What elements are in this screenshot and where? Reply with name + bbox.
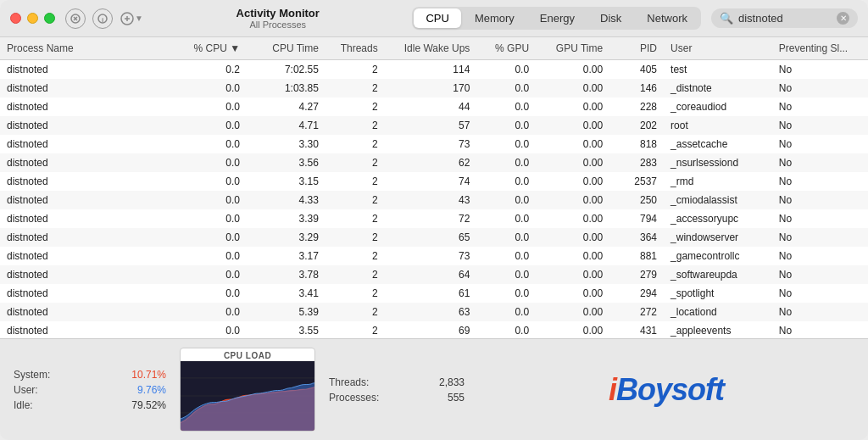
chart-title: CPU LOAD — [181, 348, 314, 361]
cell-pcpu: 0.0 — [177, 209, 247, 228]
tab-energy[interactable]: Energy — [528, 8, 587, 28]
cell-user: _coreaudiod — [664, 97, 772, 116]
brand-i-letter: i — [609, 372, 616, 407]
cell-process-name: distnoted — [0, 284, 177, 303]
cell-preventing-sleep: No — [772, 209, 868, 228]
action-button[interactable]: ▼ — [120, 7, 143, 31]
table-row[interactable]: distnoted 0.0 4.33 2 43 0.0 0.00 250 _cm… — [0, 191, 868, 209]
cell-idle-wake-ups: 43 — [385, 191, 477, 209]
cell-process-name: distnoted — [0, 228, 177, 247]
cell-pid: 431 — [609, 321, 664, 338]
cell-preventing-sleep: No — [772, 265, 868, 284]
cell-cpu-time: 3.15 — [247, 172, 326, 191]
cell-user: _softwareupda — [664, 265, 772, 284]
cell-pid: 279 — [609, 265, 664, 284]
cell-pid: 202 — [609, 116, 664, 135]
cell-gpu-time: 0.00 — [536, 228, 609, 247]
tab-network[interactable]: Network — [635, 8, 699, 28]
table-row[interactable]: distnoted 0.0 3.39 2 72 0.0 0.00 794 _ac… — [0, 209, 868, 228]
cell-cpu-time: 3.29 — [247, 228, 326, 247]
cell-pgpu: 0.0 — [476, 303, 536, 321]
cell-idle-wake-ups: 74 — [385, 172, 477, 191]
cell-preventing-sleep: No — [772, 191, 868, 209]
col-header-process-name[interactable]: Process Name — [0, 37, 177, 60]
table-row[interactable]: distnoted 0.0 1:03.85 2 170 0.0 0.00 146… — [0, 79, 868, 97]
cell-preventing-sleep: No — [772, 303, 868, 321]
cell-process-name: distnoted — [0, 265, 177, 284]
stat-row-system: System: 10.71% — [14, 369, 166, 381]
col-header-threads[interactable]: Threads — [326, 37, 385, 60]
threads-label: Threads: — [329, 376, 369, 388]
cell-pgpu: 0.0 — [476, 265, 536, 284]
cell-pgpu: 0.0 — [476, 209, 536, 228]
table-row[interactable]: distnoted 0.0 3.17 2 73 0.0 0.00 881 _ga… — [0, 247, 868, 265]
user-label: User: — [14, 384, 38, 396]
col-header-pid[interactable]: PID — [609, 37, 664, 60]
table-row[interactable]: distnoted 0.0 3.41 2 61 0.0 0.00 294 _sp… — [0, 284, 868, 303]
cell-process-name: distnoted — [0, 321, 177, 338]
cell-user: _windowserver — [664, 228, 772, 247]
table-body: distnoted 0.2 7:02.55 2 114 0.0 0.00 405… — [0, 60, 868, 339]
table-header-row: Process Name % CPU ▼ CPU Time Threads Id… — [0, 37, 868, 60]
cell-cpu-time: 3.30 — [247, 135, 326, 153]
search-input[interactable] — [738, 12, 832, 25]
info-button[interactable]: i — [92, 8, 113, 29]
table-row[interactable]: distnoted 0.0 3.55 2 69 0.0 0.00 431 _ap… — [0, 321, 868, 338]
cell-pid: 881 — [609, 247, 664, 265]
cell-idle-wake-ups: 62 — [385, 153, 477, 172]
cell-user: _rmd — [664, 172, 772, 191]
cell-user: _spotlight — [664, 284, 772, 303]
cell-pcpu: 0.0 — [177, 135, 247, 153]
table-row[interactable]: distnoted 0.0 3.30 2 73 0.0 0.00 818 _as… — [0, 135, 868, 153]
stop-button[interactable] — [65, 8, 86, 29]
cell-user: test — [664, 60, 772, 80]
table-row[interactable]: distnoted 0.0 5.39 2 63 0.0 0.00 272 _lo… — [0, 303, 868, 321]
cell-pgpu: 0.0 — [476, 191, 536, 209]
cell-preventing-sleep: No — [772, 172, 868, 191]
table-row[interactable]: distnoted 0.0 4.71 2 57 0.0 0.00 202 roo… — [0, 116, 868, 135]
table-row[interactable]: distnoted 0.0 3.15 2 74 0.0 0.00 2537 _r… — [0, 172, 868, 191]
clear-search-button[interactable]: ✕ — [837, 12, 849, 25]
cell-gpu-time: 0.00 — [536, 284, 609, 303]
search-bar[interactable]: 🔍 ✕ — [711, 8, 858, 28]
tab-disk[interactable]: Disk — [588, 8, 633, 28]
close-button[interactable] — [10, 13, 21, 24]
table-row[interactable]: distnoted 0.0 3.78 2 64 0.0 0.00 279 _so… — [0, 265, 868, 284]
idle-value: 79.52% — [131, 399, 166, 411]
tab-memory[interactable]: Memory — [463, 8, 526, 28]
cell-cpu-time: 7:02.55 — [247, 60, 326, 80]
cell-user: _distnote — [664, 79, 772, 97]
cell-threads: 2 — [326, 153, 385, 172]
table-row[interactable]: distnoted 0.0 3.56 2 62 0.0 0.00 283 _ns… — [0, 153, 868, 172]
col-header-user[interactable]: User — [664, 37, 772, 60]
cell-process-name: distnoted — [0, 79, 177, 97]
cell-pcpu: 0.0 — [177, 265, 247, 284]
cell-threads: 2 — [326, 116, 385, 135]
col-header-idle-wake-ups[interactable]: Idle Wake Ups — [385, 37, 477, 60]
table-row[interactable]: distnoted 0.0 3.29 2 65 0.0 0.00 364 _wi… — [0, 228, 868, 247]
col-header-preventing-sleep[interactable]: Preventing Sl... — [772, 37, 868, 60]
col-header-pgpu[interactable]: % GPU — [476, 37, 536, 60]
cell-gpu-time: 0.00 — [536, 265, 609, 284]
cell-pcpu: 0.0 — [177, 79, 247, 97]
cell-threads: 2 — [326, 209, 385, 228]
traffic-lights — [10, 13, 55, 24]
col-header-gpu-time[interactable]: GPU Time — [536, 37, 609, 60]
minimize-button[interactable] — [27, 13, 38, 24]
cell-cpu-time: 3.17 — [247, 247, 326, 265]
processes-value: 555 — [379, 392, 465, 404]
cell-pid: 2537 — [609, 172, 664, 191]
cell-process-name: distnoted — [0, 153, 177, 172]
fullscreen-button[interactable] — [44, 13, 55, 24]
tab-cpu[interactable]: CPU — [414, 8, 460, 28]
table-row[interactable]: distnoted 0.0 4.27 2 44 0.0 0.00 228 _co… — [0, 97, 868, 116]
cell-preventing-sleep: No — [772, 79, 868, 97]
cell-pgpu: 0.0 — [476, 97, 536, 116]
cell-threads: 2 — [326, 135, 385, 153]
table-row[interactable]: distnoted 0.2 7:02.55 2 114 0.0 0.00 405… — [0, 60, 868, 80]
col-header-cpu-time[interactable]: CPU Time — [247, 37, 326, 60]
cell-process-name: distnoted — [0, 191, 177, 209]
cell-pid: 794 — [609, 209, 664, 228]
cell-preventing-sleep: No — [772, 97, 868, 116]
col-header-pcpu[interactable]: % CPU ▼ — [177, 37, 247, 60]
